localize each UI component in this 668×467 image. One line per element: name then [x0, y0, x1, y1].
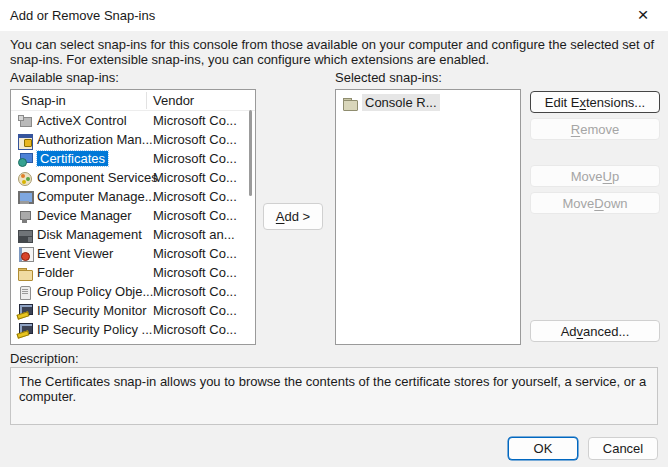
snapin-name: Disk Management [37, 227, 142, 242]
group-policy-icon [17, 284, 33, 300]
list-item[interactable]: ActiveX Control Microsoft Co... [11, 111, 255, 130]
console-root-folder-icon [342, 95, 358, 111]
list-item[interactable]: Component Services Microsoft Co... [11, 168, 255, 187]
window-title: Add or Remove Snap-ins [10, 8, 155, 23]
disk-management-icon [17, 227, 33, 243]
advanced-button[interactable]: Advanced... [530, 320, 660, 342]
list-item-selected[interactable]: Certificates Microsoft Co... [11, 149, 255, 168]
list-item[interactable]: Device Manager Microsoft Co... [11, 206, 255, 225]
snapin-name: ActiveX Control [37, 113, 127, 128]
column-separator[interactable] [146, 92, 147, 109]
device-manager-icon [17, 208, 33, 224]
available-snapins-list[interactable]: Snap-in Vendor ActiveX Control Microsoft… [10, 89, 256, 345]
description-box: The Certificates snap-in allows you to b… [10, 367, 658, 425]
remove-button: Remove [530, 118, 660, 140]
list-item[interactable]: Computer Manage... Microsoft Co... [11, 187, 255, 206]
add-remove-snapins-dialog: Add or Remove Snap-ins × You can select … [0, 0, 668, 467]
move-down-button: Move Down [530, 192, 660, 214]
ok-button[interactable]: OK [508, 437, 578, 460]
component-services-icon [17, 170, 33, 186]
snapin-name: Group Policy Obje... [37, 284, 153, 299]
snapin-name: Event Viewer [37, 246, 113, 261]
snapin-vendor: Microsoft Co... [153, 189, 237, 204]
list-item[interactable]: Console R... [336, 93, 520, 112]
computer-management-icon [17, 189, 33, 205]
snapin-name: Device Manager [37, 208, 132, 223]
snapin-vendor: Microsoft Co... [153, 208, 237, 223]
snapin-vendor: Microsoft an... [153, 227, 235, 242]
certificates-icon [17, 151, 33, 167]
add-button[interactable]: Add > [263, 203, 323, 230]
available-snapins-label: Available snap-ins: [10, 70, 119, 85]
list-item[interactable]: Folder Microsoft Co... [11, 263, 255, 282]
snapin-vendor: Microsoft Co... [153, 246, 237, 261]
snapin-vendor: Microsoft Co... [153, 303, 237, 318]
ip-security-icon [17, 322, 33, 338]
snapin-vendor: Microsoft Co... [153, 113, 237, 128]
titlebar: Add or Remove Snap-ins × [0, 0, 668, 31]
scrollbar-thumb[interactable] [249, 110, 252, 196]
column-vendor[interactable]: Vendor [153, 93, 194, 108]
snapin-vendor: Microsoft Co... [153, 170, 237, 185]
console-root-label: Console R... [362, 94, 440, 111]
move-up-button: Move Up [530, 165, 660, 187]
snapin-name: Folder [37, 265, 74, 280]
snapin-name: Authorization Man... [37, 132, 153, 147]
list-item[interactable]: IP Security Monitor Microsoft Co... [11, 301, 255, 320]
list-item[interactable]: Disk Management Microsoft an... [11, 225, 255, 244]
snapin-vendor: Microsoft Co... [153, 132, 237, 147]
snapin-name: IP Security Monitor [37, 303, 147, 318]
snapin-vendor: Microsoft Co... [153, 322, 237, 337]
description-label: Description: [10, 351, 79, 366]
ip-security-icon [17, 303, 33, 319]
cancel-button[interactable]: Cancel [588, 437, 658, 460]
selected-snapins-label: Selected snap-ins: [335, 70, 442, 85]
authorization-manager-icon [17, 132, 33, 148]
edit-extensions-button[interactable]: Edit Extensions... [530, 91, 660, 113]
snapin-name: Computer Manage... [37, 189, 156, 204]
close-icon[interactable]: × [628, 3, 658, 27]
list-item[interactable]: Authorization Man... Microsoft Co... [11, 130, 255, 149]
list-column-header[interactable]: Snap-in Vendor [11, 90, 255, 111]
column-snapin[interactable]: Snap-in [21, 93, 66, 108]
folder-icon [17, 265, 33, 281]
snapin-name: Certificates [37, 151, 108, 166]
activex-icon [17, 113, 33, 129]
snapin-name: IP Security Policy ... [37, 322, 152, 337]
snapin-vendor: Microsoft Co... [153, 265, 237, 280]
snapin-vendor: Microsoft Co... [153, 284, 237, 299]
list-item[interactable]: Group Policy Obje... Microsoft Co... [11, 282, 255, 301]
intro-text: You can select snap-ins for this console… [10, 37, 660, 67]
list-item[interactable]: Event Viewer Microsoft Co... [11, 244, 255, 263]
list-item[interactable]: IP Security Policy ... Microsoft Co... [11, 320, 255, 339]
selected-snapins-list[interactable]: Console R... [335, 89, 521, 345]
event-viewer-icon [17, 246, 33, 262]
snapin-vendor: Microsoft Co... [153, 151, 237, 166]
snapin-name: Component Services [37, 170, 158, 185]
